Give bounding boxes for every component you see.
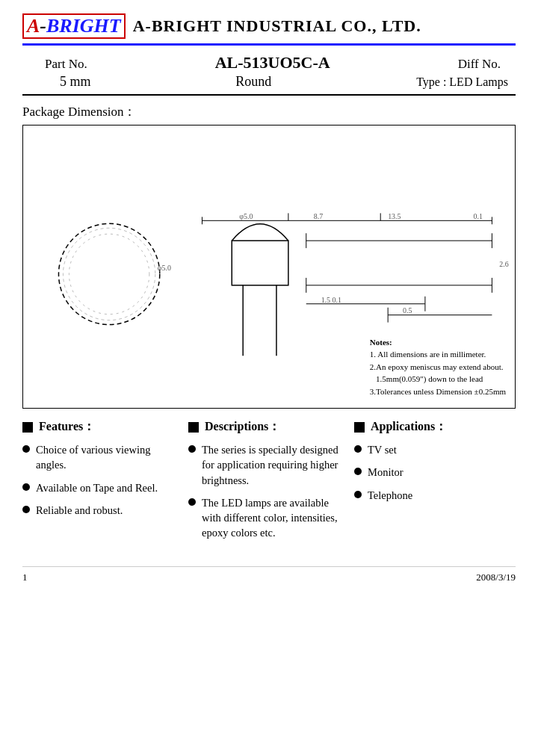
svg-text:13.5: 13.5: [388, 212, 401, 220]
svg-point-0: [58, 223, 159, 324]
app-item-2: Monitor: [354, 465, 511, 480]
logo-a: A: [27, 15, 40, 37]
svg-point-2: [69, 234, 149, 314]
col-descriptions: Descriptions： The series is specially de…: [184, 419, 350, 548]
shape: Round: [235, 74, 271, 90]
note-2: 2.An epoxy meniscus may extend about.: [370, 361, 506, 374]
logo-abright: A-BRIGHT: [22, 13, 126, 39]
desc-bullet-2: [188, 498, 196, 506]
desc-item-1: The series is specially designed for app…: [188, 442, 345, 488]
svg-text:8.7: 8.7: [314, 212, 323, 220]
page-header: A-BRIGHT A-BRIGHT INDUSTRIAL CO., LTD.: [22, 13, 516, 46]
app-item-1: TV set: [354, 442, 511, 457]
feature-item-2: Available on Tape and Reel.: [22, 480, 179, 495]
feature-item-1: Choice of various viewing angles.: [22, 442, 179, 473]
applications-header-label: Applications：: [371, 419, 447, 435]
notes-title: Notes:: [370, 336, 506, 349]
applications-header: Applications：: [354, 419, 511, 435]
diff-no-label: Diff No.: [458, 57, 501, 72]
footer-date: 2008/3/19: [476, 571, 516, 583]
svg-text:φ5.0: φ5.0: [239, 212, 253, 220]
svg-text:φ5.0: φ5.0: [158, 264, 171, 272]
note-1: 1. All dimensions are in millimeter.: [370, 348, 506, 361]
app-item-3: Telephone: [354, 488, 511, 503]
logo-bright: BRIGHT: [46, 15, 121, 37]
app-bullet-3: [354, 491, 362, 498]
features-header: Features：: [22, 419, 179, 435]
part-row-1: Part No. AL-513UO5C-A Diff No.: [22, 53, 516, 72]
feature-item-3: Reliable and robust.: [22, 503, 179, 518]
feature-bullet-2: [22, 483, 30, 491]
app-text-1: TV set: [368, 442, 511, 457]
svg-text:0.5: 0.5: [403, 306, 412, 315]
columns: Features： Choice of various viewing angl…: [22, 419, 516, 548]
feature-text-2: Available on Tape and Reel.: [36, 480, 179, 495]
feature-text-3: Reliable and robust.: [36, 503, 179, 518]
col-features: Features： Choice of various viewing angl…: [22, 419, 184, 548]
company-name: A-BRIGHT INDUSTRIAL CO., LTD.: [133, 16, 421, 36]
feature-text-1: Choice of various viewing angles.: [36, 442, 179, 473]
col-applications: Applications： TV set Monitor Telephone: [350, 419, 516, 548]
app-bullet-1: [354, 445, 362, 453]
svg-text:2.6: 2.6: [499, 260, 508, 268]
descriptions-square-bullet: [188, 422, 199, 433]
footer: 1 2008/3/19: [22, 566, 516, 583]
part-no-label: Part No.: [45, 57, 87, 72]
app-text-2: Monitor: [368, 465, 511, 480]
desc-bullet-1: [188, 445, 196, 453]
package-dimension-title: Package Dimension：: [22, 103, 516, 120]
size-label: 5 mm: [60, 74, 91, 90]
desc-text-1: The series is specially designed for app…: [202, 442, 345, 488]
note-2b: 1.5mm(0.059") down to the lead: [370, 373, 506, 385]
features-square-bullet: [22, 422, 33, 433]
descriptions-header-label: Descriptions：: [205, 419, 280, 435]
svg-point-1: [63, 228, 155, 320]
feature-bullet-1: [22, 445, 30, 453]
svg-rect-8: [232, 241, 288, 285]
footer-page: 1: [22, 571, 28, 583]
app-bullet-2: [354, 468, 362, 475]
type-label: Type : LED Lamps: [416, 75, 508, 89]
desc-item-2: The LED lamps are available with differe…: [188, 495, 345, 541]
desc-text-2: The LED lamps are available with differe…: [202, 495, 345, 541]
diagram-box: φ5.0 8.7 13.5 0.1 φ5.0 2.6 1.5 0.1 0.5 N…: [22, 125, 516, 409]
part-row-2: 5 mm Round Type : LED Lamps: [22, 74, 516, 90]
part-info: Part No. AL-513UO5C-A Diff No. 5 mm Roun…: [22, 53, 516, 96]
diagram-notes: Notes: 1. All dimensions are in millimet…: [370, 336, 506, 398]
features-header-label: Features：: [39, 419, 95, 435]
svg-text:1.5 0.1: 1.5 0.1: [321, 296, 341, 304]
descriptions-header: Descriptions：: [188, 419, 345, 435]
note-3: 3.Tolerances unless Dimension ±0.25mm: [370, 385, 506, 398]
svg-text:0.1: 0.1: [474, 212, 483, 220]
feature-bullet-3: [22, 506, 30, 513]
app-text-3: Telephone: [368, 488, 511, 503]
part-no-value: AL-513UO5C-A: [215, 53, 330, 72]
logo-dash: -: [40, 15, 46, 37]
applications-square-bullet: [354, 422, 365, 433]
